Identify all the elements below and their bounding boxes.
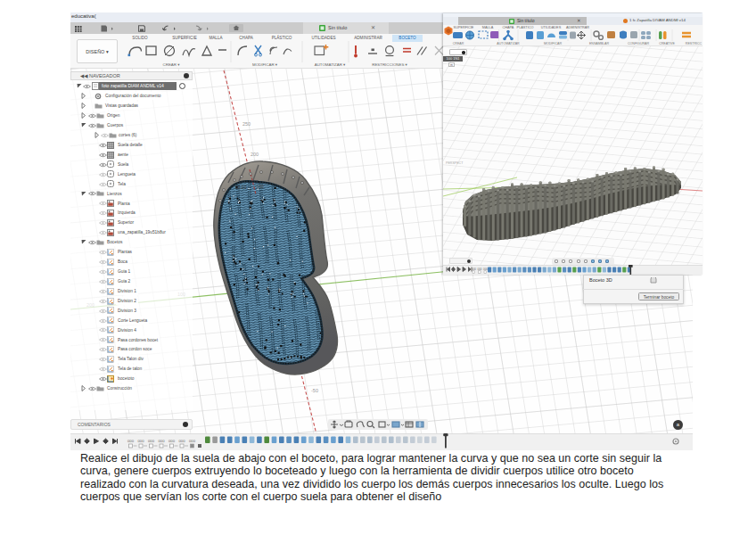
- svg-text:200: 200: [251, 152, 259, 157]
- svg-text:PERSPECT: PERSPECT: [446, 161, 464, 165]
- svg-text:250: 250: [242, 121, 251, 127]
- svg-text:000: 000: [189, 439, 196, 443]
- svg-text:000: 000: [159, 439, 166, 443]
- svg-text:000: 000: [478, 268, 482, 271]
- svg-text:000: 000: [148, 439, 155, 443]
- svg-text:-50: -50: [311, 388, 318, 393]
- svg-text:000: 000: [483, 268, 488, 271]
- svg-text:000: 000: [138, 439, 145, 443]
- svg-text:000: 000: [168, 439, 176, 443]
- svg-text:000: 000: [179, 439, 186, 443]
- svg-text:000: 000: [472, 268, 476, 271]
- svg-text:-150: -150: [255, 184, 264, 189]
- svg-text:90.00: 90.00: [235, 185, 247, 190]
- svg-text:000: 000: [127, 439, 135, 443]
